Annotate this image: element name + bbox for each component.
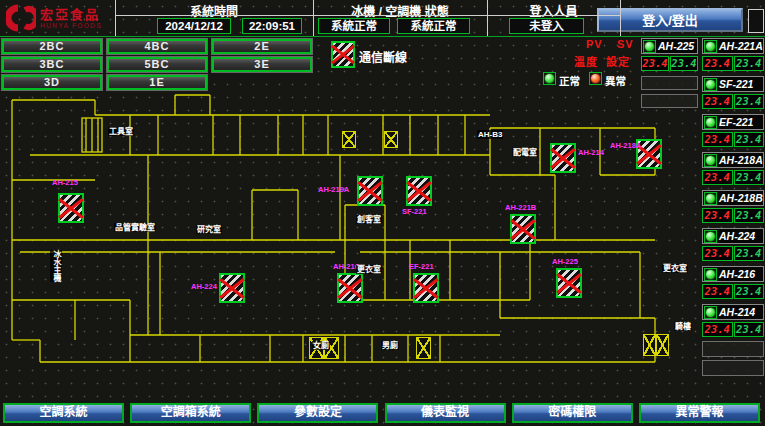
- elevator-icon: [416, 337, 431, 359]
- sv-value: 23.4: [734, 94, 765, 109]
- room-label: 品管實驗室: [114, 223, 156, 232]
- device-label: SF-221: [402, 208, 427, 216]
- unit-status-led: [704, 78, 717, 91]
- logo: 宏亞食品 HUNYA FOODS: [6, 3, 114, 33]
- machine-status-label: 冰機 / 空調機 狀態: [313, 2, 487, 19]
- date-display: 2024/12/12: [157, 18, 231, 34]
- floor-button-2bc[interactable]: 2BC: [2, 39, 102, 54]
- nav-button-6[interactable]: 異常警報: [639, 403, 760, 423]
- device-offline-icon-ah-215[interactable]: [58, 193, 84, 223]
- comm-offline-label: 通信斷線: [359, 48, 407, 65]
- room-label: 男廁: [381, 341, 399, 350]
- nav-button-1[interactable]: 空調系統: [3, 403, 124, 423]
- room-label: 更衣室: [662, 264, 688, 273]
- pv-value: 23.4: [702, 246, 733, 261]
- unit-name-label: EF-221: [719, 116, 753, 128]
- header-divider: [115, 15, 620, 16]
- device-offline-icon-ah-221b[interactable]: [510, 214, 536, 244]
- unit-status-led: [704, 268, 717, 281]
- pv-value: 23.4: [702, 170, 733, 185]
- unit-ah-221a[interactable]: AH-221A: [702, 38, 764, 54]
- nav-button-2[interactable]: 空調箱系統: [130, 403, 251, 423]
- sv-value: 23.4: [734, 170, 765, 185]
- floor-button-3d[interactable]: 3D: [2, 75, 102, 90]
- pv-value: 23.4: [702, 132, 733, 147]
- unit-ah-218b[interactable]: AH-218B: [702, 190, 764, 206]
- unit-ah-214[interactable]: AH-214: [702, 304, 764, 320]
- floor-button-3bc[interactable]: 3BC: [2, 57, 102, 72]
- comm-offline-icon: [331, 41, 355, 68]
- nav-button-5[interactable]: 密碼權限: [512, 403, 633, 423]
- time-display: 22:09:51: [242, 18, 302, 34]
- pv-value: 23.4: [641, 56, 669, 71]
- abnormal-label: 異常: [605, 73, 626, 88]
- device-label: EF-221: [409, 263, 434, 271]
- unit-ah-224[interactable]: AH-224: [702, 228, 764, 244]
- floor-button-5bc[interactable]: 5BC: [107, 57, 207, 72]
- device-offline-icon-ah-216[interactable]: [337, 273, 363, 303]
- empty-slot: [702, 360, 764, 376]
- temp-label: 溫度: [574, 53, 598, 69]
- device-label: AH-225: [552, 258, 578, 266]
- header-bottom-line: [0, 36, 765, 37]
- unit-ah-218a[interactable]: AH-218A: [702, 152, 764, 168]
- unit-ef-221[interactable]: EF-221: [702, 114, 764, 130]
- device-offline-icon-ah-225[interactable]: [556, 268, 582, 298]
- room-label: 騎樓: [674, 322, 692, 331]
- unit-values-ef-221: 23.423.4: [702, 132, 764, 147]
- floor-button-2e[interactable]: 2E: [212, 39, 312, 54]
- unit-name-label: AH-221A: [719, 40, 763, 52]
- pv-value: 23.4: [702, 284, 733, 299]
- unit-name-label: SF-221: [719, 78, 753, 90]
- room-label: 更衣室: [356, 265, 382, 274]
- unit-sf-221[interactable]: SF-221: [702, 76, 764, 92]
- floor-button-4bc[interactable]: 4BC: [107, 39, 207, 54]
- unit-values-sf-221: 23.423.4: [702, 94, 764, 109]
- unit-name-label: AH-218B: [719, 192, 763, 204]
- pv-value: 23.4: [702, 56, 733, 71]
- unit-values-ah-225: 23.423.4: [641, 56, 698, 71]
- sv-label: SV: [617, 38, 634, 50]
- system-time-label: 系統時間: [115, 2, 313, 19]
- device-offline-icon-ah-224[interactable]: [219, 273, 245, 303]
- device-offline-icon-ah-214[interactable]: [550, 143, 576, 173]
- elevator-icon: [656, 334, 669, 356]
- pv-label: PV: [586, 38, 603, 50]
- nav-button-3[interactable]: 參數設定: [257, 403, 378, 423]
- sv-value: 23.4: [734, 208, 765, 223]
- chiller-status: 系統正常: [318, 18, 390, 34]
- login-logout-button[interactable]: 登入/登出: [597, 8, 743, 32]
- floor-button-3e[interactable]: 3E: [212, 57, 312, 72]
- hunya-logo-icon: [6, 4, 36, 32]
- pv-value: 23.4: [702, 94, 733, 109]
- nav-button-4[interactable]: 儀表監視: [385, 403, 506, 423]
- header-sep-3: [487, 0, 488, 36]
- unit-status-led: [704, 306, 717, 319]
- device-label: AH-224: [191, 283, 217, 291]
- sv-value: 23.4: [734, 56, 765, 71]
- unit-name-label: AH-216: [719, 268, 755, 280]
- device-offline-icon-ef-221[interactable]: [413, 273, 439, 303]
- sv-value: 23.4: [734, 132, 765, 147]
- abnormal-led: [589, 72, 602, 85]
- unit-name-label: AH-214: [719, 306, 755, 318]
- unit-status-led: [704, 116, 717, 129]
- logo-title: 宏亞食品: [40, 8, 102, 22]
- device-offline-icon-sf-221[interactable]: [406, 176, 432, 206]
- unit-values-ah-218b: 23.423.4: [702, 208, 764, 223]
- empty-slot: [641, 76, 698, 90]
- unit-ah-216[interactable]: AH-216: [702, 266, 764, 282]
- unit-name-label: AH-224: [719, 230, 755, 242]
- header-sep-4: [620, 0, 621, 36]
- pv-value: 23.4: [702, 208, 733, 223]
- device-offline-icon-ah-219a[interactable]: [357, 176, 383, 206]
- set-label: 設定: [606, 53, 630, 69]
- unit-name-label: AH-225: [658, 40, 694, 52]
- unit-name-label: AH-218A: [719, 154, 763, 166]
- header-sep-2: [313, 0, 314, 36]
- unit-values-ah-218a: 23.423.4: [702, 170, 764, 185]
- device-label: AH-214: [578, 149, 604, 157]
- floor-button-1e[interactable]: 1E: [107, 75, 207, 90]
- unit-ah-225[interactable]: AH-225: [641, 38, 698, 54]
- hmi-screen: 宏亞食品 HUNYA FOODS 系統時間 2024/12/12 22:09:5…: [0, 0, 765, 426]
